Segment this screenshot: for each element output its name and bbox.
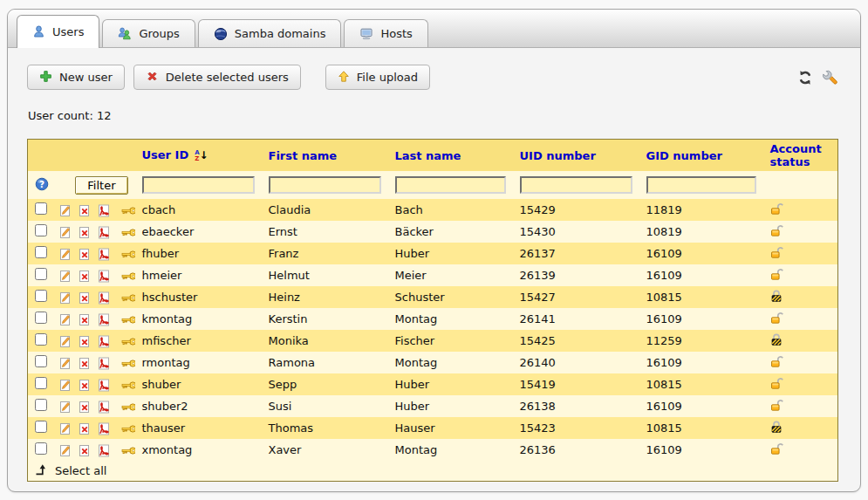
- edit-icon[interactable]: [59, 379, 72, 392]
- pdf-icon[interactable]: [98, 226, 110, 239]
- key-icon[interactable]: [121, 315, 135, 325]
- edit-icon[interactable]: [59, 335, 72, 348]
- row-checkbox[interactable]: [35, 312, 47, 324]
- delete-selected-users-button[interactable]: Delete selected users: [133, 65, 301, 90]
- edit-icon[interactable]: [59, 401, 72, 414]
- refresh-icon[interactable]: [797, 70, 813, 86]
- help-icon[interactable]: ?: [35, 177, 49, 191]
- filter-input-gid-number[interactable]: [646, 176, 756, 194]
- column-header-account-status[interactable]: Account status: [763, 140, 838, 172]
- unlocked-icon[interactable]: [770, 268, 784, 281]
- pdf-icon[interactable]: [98, 379, 110, 392]
- row-checkbox[interactable]: [35, 377, 47, 389]
- delete-icon[interactable]: [79, 444, 91, 457]
- locked-icon[interactable]: [770, 421, 783, 434]
- edit-icon[interactable]: [59, 204, 72, 217]
- pdf-icon[interactable]: [98, 335, 110, 348]
- row-checkbox[interactable]: [35, 355, 47, 367]
- new-user-button[interactable]: New user: [27, 65, 125, 90]
- pdf-icon[interactable]: [98, 313, 110, 326]
- filter-cell: [639, 171, 763, 199]
- pdf-icon[interactable]: [98, 270, 110, 283]
- row-checkbox[interactable]: [35, 246, 47, 258]
- delete-icon[interactable]: [79, 226, 91, 239]
- delete-icon[interactable]: [79, 313, 91, 326]
- pdf-icon[interactable]: [98, 248, 110, 261]
- key-icon[interactable]: [121, 206, 135, 216]
- edit-icon[interactable]: [59, 357, 72, 370]
- filter-input-user-id[interactable]: [142, 176, 255, 194]
- edit-icon[interactable]: [59, 291, 72, 305]
- delete-icon[interactable]: [79, 401, 91, 414]
- column-header-first-name[interactable]: First name: [262, 140, 388, 172]
- filter-input-uid-number[interactable]: [520, 176, 632, 194]
- key-icon[interactable]: [121, 228, 135, 237]
- select-all-link[interactable]: Select all: [35, 463, 106, 478]
- edit-icon[interactable]: [59, 270, 72, 283]
- edit-icon[interactable]: [59, 444, 72, 457]
- key-icon[interactable]: [121, 402, 135, 412]
- pdf-icon[interactable]: [98, 291, 110, 305]
- key-icon[interactable]: [121, 271, 135, 281]
- delete-icon[interactable]: [79, 291, 91, 305]
- unlocked-icon[interactable]: [770, 355, 784, 368]
- locked-icon[interactable]: [770, 290, 783, 303]
- tab-samba-domains[interactable]: Samba domains: [198, 19, 342, 47]
- key-icon[interactable]: [121, 337, 135, 346]
- unlocked-icon[interactable]: [770, 442, 784, 455]
- column-header-last-name[interactable]: Last name: [388, 140, 513, 172]
- row-checkbox[interactable]: [35, 421, 47, 433]
- key-icon[interactable]: [121, 380, 135, 390]
- key-icon[interactable]: [121, 293, 135, 303]
- tab-groups[interactable]: Groups: [102, 19, 195, 47]
- key-icon[interactable]: [121, 446, 135, 455]
- unlocked-icon[interactable]: [770, 377, 784, 390]
- pdf-icon[interactable]: [98, 401, 110, 414]
- wrench-icon[interactable]: [822, 70, 837, 86]
- edit-icon[interactable]: [59, 248, 72, 261]
- gid-number-text: 10815: [646, 421, 682, 435]
- column-header-gid-number[interactable]: GID number: [639, 140, 763, 172]
- row-checkbox[interactable]: [35, 224, 47, 236]
- pdf-icon[interactable]: [98, 357, 110, 370]
- row-checkbox[interactable]: [35, 333, 47, 346]
- unlocked-icon[interactable]: [770, 202, 784, 216]
- unlocked-icon[interactable]: [770, 224, 784, 237]
- delete-icon[interactable]: [79, 248, 91, 261]
- filter-input-last-name[interactable]: [395, 176, 506, 194]
- key-icon[interactable]: [121, 424, 135, 434]
- row-checkbox[interactable]: [35, 268, 47, 280]
- key-icon[interactable]: [121, 250, 135, 259]
- row-checkbox[interactable]: [35, 442, 47, 455]
- delete-icon[interactable]: [79, 357, 91, 370]
- unlocked-icon[interactable]: [770, 312, 784, 325]
- column-header-uid-number[interactable]: UID number: [513, 140, 639, 172]
- last-name-text: Huber: [395, 247, 430, 260]
- row-check-cell: [28, 417, 52, 439]
- delete-icon[interactable]: [79, 422, 91, 435]
- locked-icon[interactable]: [770, 333, 783, 346]
- edit-icon[interactable]: [59, 226, 72, 239]
- filter-button[interactable]: Filter: [75, 176, 127, 195]
- last-name-text: Hauser: [395, 421, 435, 435]
- column-header-user-id[interactable]: User IDAZ↓: [135, 140, 262, 172]
- tab-hosts[interactable]: Hosts: [344, 19, 427, 47]
- edit-icon[interactable]: [59, 422, 72, 435]
- filter-input-first-name[interactable]: [269, 176, 381, 194]
- edit-icon[interactable]: [59, 313, 72, 326]
- tab-users[interactable]: Users: [17, 15, 99, 48]
- row-checkbox[interactable]: [35, 290, 47, 302]
- pdf-icon[interactable]: [98, 422, 110, 435]
- unlocked-icon[interactable]: [770, 246, 784, 259]
- delete-icon[interactable]: [79, 379, 91, 392]
- pdf-icon[interactable]: [98, 444, 110, 457]
- key-icon[interactable]: [121, 359, 135, 368]
- file-upload-button[interactable]: File upload: [325, 65, 430, 90]
- row-checkbox[interactable]: [35, 202, 47, 215]
- delete-icon[interactable]: [79, 270, 91, 283]
- pdf-icon[interactable]: [98, 204, 110, 217]
- delete-icon[interactable]: [79, 335, 91, 348]
- row-checkbox[interactable]: [35, 399, 47, 411]
- delete-icon[interactable]: [79, 204, 91, 217]
- unlocked-icon[interactable]: [770, 399, 784, 412]
